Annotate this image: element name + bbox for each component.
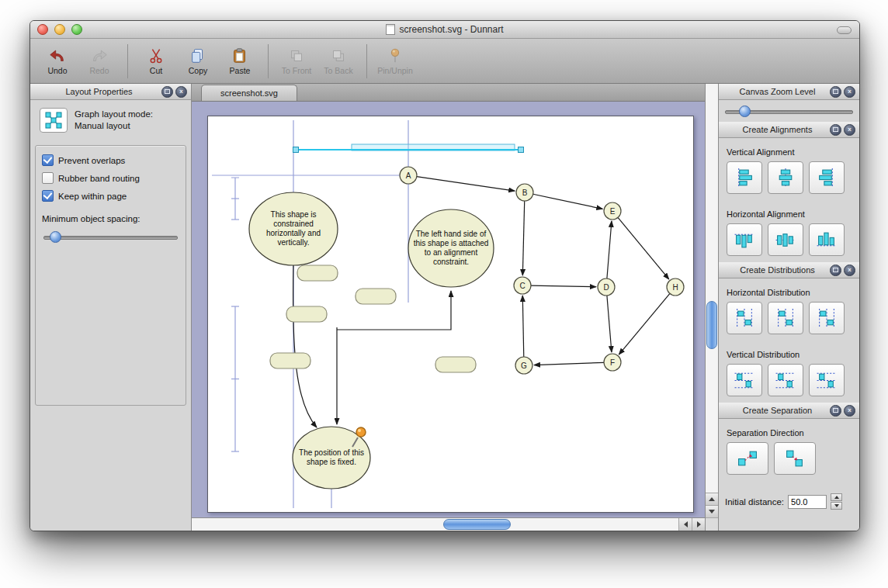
canvas-zoom-header[interactable]: Canvas Zoom Level x <box>719 84 859 100</box>
horizontal-distribution-label: Horizontal Distribution <box>727 288 859 297</box>
triangle-up-icon <box>709 497 715 501</box>
scroll-down-button[interactable] <box>706 505 718 517</box>
close-window-button[interactable] <box>37 24 48 35</box>
canvas-viewport[interactable]: ABCDEFGH This shape is constrained horiz… <box>192 102 705 517</box>
paste-icon <box>231 47 249 65</box>
distribute-h-center-button[interactable] <box>768 302 803 334</box>
canvas-zoom-title: Canvas Zoom Level <box>719 87 830 96</box>
toolbar: Undo Redo Cut Copy Paste To Front To Bac… <box>30 39 859 84</box>
scroll-right-button[interactable] <box>692 518 705 531</box>
title-area: screenshot.svg - Dunnart <box>30 21 859 38</box>
triangle-up-icon <box>834 496 839 499</box>
vertical-scrollbar[interactable] <box>705 84 718 531</box>
panel-close-icon[interactable]: x <box>844 265 855 276</box>
diagram-svg[interactable]: ABCDEFGH <box>208 116 693 512</box>
horizontal-alignment-buttons <box>727 223 859 256</box>
initial-distance-input[interactable] <box>788 495 827 509</box>
panel-close-icon[interactable]: x <box>175 86 187 98</box>
svg-text:G: G <box>521 361 527 370</box>
align-center-icon <box>775 168 796 189</box>
panel-float-icon[interactable] <box>830 124 841 136</box>
vertical-scroll-thumb[interactable] <box>706 301 717 349</box>
svg-text:H: H <box>672 283 678 292</box>
bubble-alignment-label: The left hand side of this shape is atta… <box>411 213 491 283</box>
align-middle-button[interactable] <box>768 223 803 256</box>
traffic-lights <box>37 24 82 35</box>
paste-label: Paste <box>230 66 251 75</box>
distribute-v-bottom-button[interactable] <box>809 364 845 396</box>
create-alignments-header[interactable]: Create Alignments x <box>719 122 859 138</box>
undo-icon <box>48 47 67 65</box>
checkbox-rubber-band-routing[interactable]: Rubber band routing <box>42 172 179 184</box>
create-separation-header[interactable]: Create Separation x <box>719 403 859 419</box>
distribute-h-center-icon <box>775 308 796 329</box>
align-right-button[interactable] <box>809 161 845 194</box>
copy-icon <box>189 47 207 65</box>
titlebar[interactable]: screenshot.svg - Dunnart <box>30 21 859 39</box>
cut-button[interactable]: Cut <box>135 47 177 75</box>
scroll-up-button[interactable] <box>706 493 718 505</box>
separation-vertical-button[interactable] <box>774 442 816 475</box>
paste-button[interactable]: Paste <box>219 47 261 75</box>
initial-distance-label: Initial distance: <box>725 497 784 507</box>
tab-screenshot-svg[interactable]: screenshot.svg <box>201 85 297 101</box>
redo-button: Redo <box>78 47 120 75</box>
panel-close-icon[interactable]: x <box>844 405 855 417</box>
horizontal-distribution-buttons <box>727 302 859 334</box>
panel-float-icon[interactable] <box>161 86 173 98</box>
layout-properties-header[interactable]: Layout Properties x <box>30 84 191 100</box>
distribute-h-right-button[interactable] <box>809 302 845 334</box>
keep-within-page-label: Keep within page <box>58 192 127 201</box>
rubber-band-routing-checkbox[interactable] <box>42 172 54 184</box>
create-distributions-header[interactable]: Create Distributions x <box>719 262 859 278</box>
checkbox-prevent-overlaps[interactable]: Prevent overlaps <box>42 154 179 166</box>
vertical-scroll-track[interactable] <box>706 84 718 493</box>
panel-float-icon[interactable] <box>830 86 841 98</box>
canvas-zoom-slider[interactable] <box>725 105 853 116</box>
scroll-left-button[interactable] <box>678 518 692 531</box>
horizontal-scroll-track[interactable] <box>192 518 678 531</box>
horizontal-scrollbar[interactable] <box>192 517 705 531</box>
distribute-v-top-button[interactable] <box>727 364 762 396</box>
separation-horizontal-button[interactable] <box>727 442 768 475</box>
stepper-up-button[interactable] <box>831 493 842 501</box>
prevent-overlaps-checkbox[interactable] <box>42 154 54 166</box>
main-area: Layout Properties x Graph layout mode: M… <box>30 84 859 531</box>
minimize-window-button[interactable] <box>54 24 65 35</box>
canvas-page[interactable]: ABCDEFGH This shape is constrained horiz… <box>207 116 694 513</box>
slider-thumb[interactable] <box>50 231 61 243</box>
horizontal-alignment-label: Horizontal Alignment <box>727 209 859 219</box>
separation-vertical-icon <box>784 448 806 469</box>
distribute-v-top-icon <box>734 370 755 391</box>
panel-close-icon[interactable]: x <box>844 86 855 98</box>
align-left-button[interactable] <box>727 161 762 194</box>
copy-button[interactable]: Copy <box>177 47 219 75</box>
toolbar-separator <box>127 44 128 78</box>
toolbar-toggle-button[interactable] <box>837 26 852 34</box>
checkbox-keep-within-page[interactable]: Keep within page <box>42 190 179 202</box>
window-title: screenshot.svg - Dunnart <box>399 24 503 35</box>
zoom-window-button[interactable] <box>71 24 82 35</box>
vertical-alignment-buttons <box>727 161 859 194</box>
pin-unpin-label: Pin/Unpin <box>377 66 413 75</box>
align-center-button[interactable] <box>768 161 803 194</box>
svg-text:D: D <box>603 283 609 292</box>
distribute-h-left-icon <box>734 308 755 329</box>
align-bottom-button[interactable] <box>809 223 845 256</box>
slider-thumb[interactable] <box>739 105 751 117</box>
distribute-v-middle-button[interactable] <box>768 364 803 396</box>
distribute-h-left-button[interactable] <box>727 302 762 334</box>
horizontal-scroll-thumb[interactable] <box>443 519 511 530</box>
panel-float-icon[interactable] <box>830 405 841 417</box>
minimum-object-spacing-slider[interactable] <box>43 231 178 242</box>
stepper-down-button[interactable] <box>831 502 842 510</box>
undo-button[interactable]: Undo <box>36 47 78 75</box>
keep-within-page-checkbox[interactable] <box>42 190 54 202</box>
panel-close-icon[interactable]: x <box>844 124 855 136</box>
svg-text:E: E <box>610 207 616 216</box>
triangle-right-icon <box>697 521 701 527</box>
redo-icon <box>90 47 109 65</box>
panel-float-icon[interactable] <box>830 265 841 276</box>
align-top-button[interactable] <box>727 223 762 256</box>
scrollbar-corner <box>706 517 718 531</box>
